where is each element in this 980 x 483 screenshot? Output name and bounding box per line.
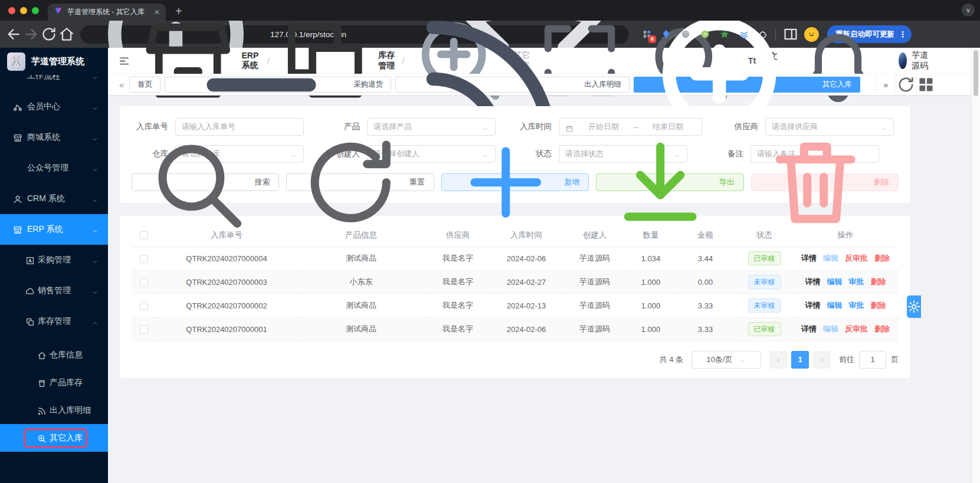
button-label: 搜索 [254, 177, 270, 188]
new-tab-button[interactable]: + [175, 4, 182, 19]
extension-layers-icon[interactable] [738, 28, 750, 40]
home-button[interactable] [58, 25, 76, 43]
next-page-button[interactable]: › [813, 351, 831, 369]
detail-link[interactable]: 详情 [805, 300, 821, 311]
browser-tab[interactable]: 芋道管理系统 - 其它入库 ✕ [48, 4, 166, 21]
row-checkbox[interactable] [140, 278, 148, 287]
cell-product: 测试商品 [297, 317, 425, 341]
extension-green-star-icon[interactable] [719, 28, 730, 40]
unapprove-link[interactable]: 反审批 [845, 253, 868, 264]
reload-button[interactable] [40, 25, 58, 43]
sidebar-item-warehouse[interactable]: 仓库信息 [0, 341, 108, 369]
total-count: 共 4 条 [660, 354, 683, 365]
row-checkbox-cell [132, 270, 156, 294]
sidebar-item-product-stock[interactable]: 产品库存 [0, 369, 108, 396]
sidebar-item-stock-in[interactable]: 其它入库 [0, 424, 108, 452]
detail-link[interactable]: 详情 [801, 324, 817, 334]
reset-button[interactable]: 重置 [286, 173, 434, 191]
chevron-down-icon [91, 195, 99, 202]
chev-down-icon [91, 136, 99, 143]
home-icon [58, 25, 76, 43]
sidebar-item-label: 其它入库 [50, 433, 83, 443]
forward-button[interactable] [22, 25, 40, 43]
table-card: 入库单号产品信息供应商入库时间创建人数量金额状态操作 QTRK202402070… [120, 216, 910, 378]
export-button[interactable]: 导出 [596, 173, 743, 191]
prev-page-button[interactable]: ‹ [769, 351, 787, 369]
search-button[interactable]: 搜索 [132, 173, 279, 191]
current-page-button[interactable]: 1 [791, 351, 809, 369]
tab-home[interactable]: 首页 [129, 77, 160, 93]
window-maximize-button[interactable] [32, 7, 39, 14]
sidebar-item-stock-record[interactable]: 出入库明细 [0, 396, 108, 424]
edit-link[interactable]: 编辑 [827, 277, 843, 287]
layout-grid-icon[interactable] [916, 74, 936, 95]
back-button[interactable] [5, 25, 22, 43]
delete-link[interactable]: 删除 [874, 253, 890, 264]
tab-search-icon[interactable]: ∨ [962, 4, 975, 17]
extension-gray-circle-icon[interactable] [680, 28, 691, 40]
page-scrollbar[interactable] [971, 48, 980, 483]
window-minimize-button[interactable] [20, 7, 27, 14]
approve-link[interactable]: 审批 [849, 277, 864, 287]
row-checkbox[interactable] [140, 302, 148, 310]
detail-link[interactable]: 详情 [801, 253, 817, 264]
extension-dots-icon[interactable]: 6 [641, 28, 653, 40]
sidebar-item-member[interactable]: 会员中心 [0, 91, 108, 122]
page-size-select[interactable]: 10条/页 [691, 351, 761, 369]
unapprove-link[interactable]: 反审批 [845, 324, 868, 334]
sidebar-item-purchase[interactable]: 采购管理 [0, 245, 108, 275]
sidebar-item-erp[interactable]: ERP 系统 [0, 214, 108, 245]
app-logo-row[interactable]: 🐰 芋道管理系统 [0, 48, 108, 75]
cell-creator: 芋道源码 [562, 294, 627, 317]
goto-page-input[interactable] [859, 351, 886, 369]
store-wrap [13, 133, 22, 142]
delete-link[interactable]: 删除 [871, 277, 886, 287]
extensions-puzzle-icon[interactable] [758, 28, 769, 40]
signal-wrap [37, 406, 47, 415]
plus-wrap [451, 127, 561, 237]
tab-close-icon[interactable]: ✕ [154, 8, 160, 17]
approve-link[interactable]: 审批 [849, 300, 864, 311]
sidebar-item-mp[interactable]: 公众号管理 [0, 153, 108, 183]
cloud-icon [25, 287, 35, 296]
edit-link[interactable]: 编辑 [827, 300, 843, 311]
add-button[interactable]: 新增 [441, 173, 589, 191]
goto-page: 前往 页 [839, 351, 899, 369]
tags-scroll-right-icon[interactable]: » [876, 74, 896, 95]
delete-link[interactable]: 删除 [874, 324, 890, 334]
row-checkbox[interactable] [140, 326, 148, 334]
row-actions: 详情编辑反审批删除 [792, 253, 899, 264]
row-checkbox-cell [132, 294, 156, 317]
tab-label: 出入库明细 [584, 80, 621, 90]
menu-fold-icon[interactable] [119, 55, 130, 67]
sidebar-item-label: 会员中心 [27, 101, 60, 112]
tab-stock-record[interactable]: 出入库明细 [395, 77, 630, 93]
user-menu[interactable]: 芋道源码 [899, 50, 928, 71]
delete-link[interactable]: 删除 [871, 300, 886, 311]
window-close-button[interactable] [8, 7, 15, 14]
refresh-wrap [296, 127, 405, 237]
refresh-page-icon[interactable] [896, 74, 916, 95]
chevron-up-icon [91, 318, 99, 325]
sidebar-item-stock[interactable]: 库存管理 [0, 306, 108, 337]
row-checkbox[interactable] [140, 255, 148, 263]
sidebar-item-mall[interactable]: 商城系统 [0, 122, 108, 153]
extension-green-circle-icon[interactable] [699, 28, 711, 40]
scrollbar-thumb[interactable] [974, 50, 978, 96]
select-all-checkbox[interactable] [140, 231, 148, 239]
sidebar-item-sale[interactable]: 销售管理 [0, 275, 108, 306]
user-avatar [899, 52, 907, 69]
tags-scroll-left-icon[interactable]: « [119, 80, 124, 90]
chev-down-icon [91, 74, 99, 81]
theme-settings-button[interactable] [907, 295, 921, 318]
cell-status: 未审核 [736, 294, 792, 317]
sidebar-item-crm[interactable]: CRM 系统 [0, 183, 108, 214]
tab-stock-in[interactable]: 其它入库 [634, 77, 860, 93]
button-label: 删除 [874, 177, 889, 188]
tab-purchase-return[interactable]: 采购退货 [165, 77, 391, 93]
cell-amount: 3.33 [674, 294, 736, 317]
extension-kite-icon[interactable] [660, 28, 672, 40]
chevron-down-icon [91, 257, 99, 264]
detail-link[interactable]: 详情 [805, 277, 821, 287]
sidebar-item-label: 采购管理 [38, 255, 71, 265]
